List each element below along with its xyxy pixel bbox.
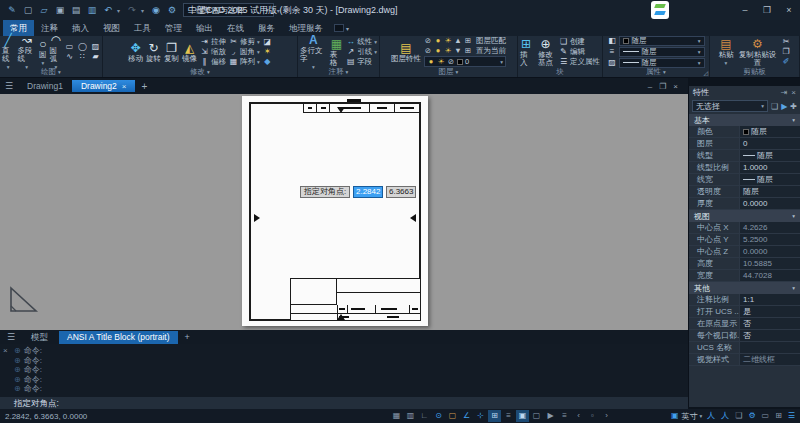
prop-row-viewport-ucs[interactable]: 每个视口都...否	[689, 330, 800, 342]
command-close-icon[interactable]: ×	[3, 346, 8, 355]
save-as-icon[interactable]: ▤	[69, 3, 83, 17]
drawing-canvas[interactable]: 指定对角点: 2.2842 6.3663	[0, 94, 688, 330]
ribbon-tab-services[interactable]: 服务	[251, 20, 282, 36]
ribbon-tab-manage[interactable]: 管理	[158, 20, 189, 36]
ribbon-tab-output[interactable]: 输出	[189, 20, 220, 36]
edit-block-button[interactable]: ✎编辑	[559, 47, 600, 56]
toggle-pickadd-icon[interactable]: ✚	[790, 102, 797, 111]
line-button[interactable]: ╱ 直线▾	[2, 33, 14, 71]
prop-row-ucs-name[interactable]: UCS 名称	[689, 342, 800, 354]
settings-gear-icon[interactable]: ⚙	[747, 410, 756, 422]
select-objects-icon[interactable]: ▶	[781, 102, 787, 111]
spline-icon[interactable]: ∿	[65, 52, 74, 61]
prop-row-linetype[interactable]: 线型随层	[689, 150, 800, 162]
selection-dropdown[interactable]: 无选择▾	[692, 100, 768, 112]
mirror-button[interactable]: ◭ 镜像	[182, 41, 197, 63]
arc-button[interactable]: ◠ 圆弧▾	[50, 33, 62, 71]
annotate-group-label[interactable]: 注释▾	[298, 67, 379, 77]
layer-isolate-icon[interactable]: ⊞	[464, 36, 472, 45]
explode-icon[interactable]: ✶	[263, 47, 272, 56]
tab-layout-ansi-a[interactable]: ANSI A Title Block (portrait)	[59, 331, 178, 344]
command-prompt-input[interactable]: 指定对角点:	[0, 397, 688, 409]
tab-model[interactable]: 模型	[23, 331, 56, 344]
tab-close-icon[interactable]: ×	[122, 82, 127, 91]
panel-pin-icon[interactable]: ⇥	[781, 88, 788, 97]
format-brush-icon[interactable]: ✐	[782, 57, 791, 66]
workspace-gear-icon[interactable]: ⚙	[165, 3, 179, 17]
new-tab-button[interactable]: +	[141, 81, 147, 92]
match-properties-icon[interactable]: ◆	[263, 57, 272, 66]
paper-model-toggle-icon[interactable]: ▣	[516, 410, 529, 422]
prop-row-color[interactable]: 颜色随层	[689, 126, 800, 138]
properties-dialog-launcher[interactable]: ◿	[703, 69, 708, 76]
maximize-button[interactable]: ❐	[756, 0, 778, 20]
fullscreen-icon[interactable]: ⊞	[774, 410, 783, 422]
layer-walk-icon[interactable]: ⊞	[464, 46, 472, 55]
quick-select-icon[interactable]: ❏	[771, 102, 778, 111]
section-basic[interactable]: 基本▾	[689, 114, 800, 126]
ribbon-tab-insert[interactable]: 插入	[65, 20, 96, 36]
rectangle-icon[interactable]: ▭	[65, 42, 74, 51]
layer-thaw-icon[interactable]: ☀	[444, 36, 452, 45]
copy-button[interactable]: ❐ 复制	[164, 41, 179, 63]
app-logo-icon[interactable]: ✎	[5, 3, 19, 17]
redo-icon[interactable]: ↷	[125, 3, 139, 17]
ortho-toggle-icon[interactable]: ∟	[418, 410, 431, 422]
rotate-button[interactable]: ↻ 旋转	[146, 41, 161, 63]
layer-bulb2-icon[interactable]: ●	[434, 46, 442, 55]
array-button[interactable]: ▦阵列▾	[229, 57, 260, 66]
ribbon-tab-online[interactable]: 在线	[220, 20, 251, 36]
polyline-button[interactable]: ↝ 多段线▾	[17, 33, 36, 71]
undo-icon[interactable]: ↶	[101, 3, 115, 17]
nav-prev-icon[interactable]: ‹	[572, 410, 585, 422]
paste-button[interactable]: ▤ 粘贴▾	[719, 37, 734, 67]
command-line-panel[interactable]: × ⊕命令: ⊕命令: ⊕命令: ⊕命令: ⊕命令: 指定对角点:	[0, 344, 688, 409]
section-other[interactable]: 其他▾	[689, 282, 800, 294]
annotation-visibility-icon[interactable]: 人	[706, 410, 716, 422]
fillet-button[interactable]: ◞圆角▾	[229, 47, 260, 56]
grid-toggle-icon[interactable]: ▦	[390, 410, 403, 422]
doc-close-button[interactable]: ×	[673, 82, 678, 91]
snap-toggle-icon[interactable]: ▥	[404, 410, 417, 422]
new-layout-button[interactable]: +	[181, 332, 194, 342]
region-icon[interactable]: ▰	[91, 52, 100, 61]
linear-dim-button[interactable]: ↔线性▾	[346, 37, 377, 46]
lineweight-toggle-icon[interactable]: ≡	[502, 410, 515, 422]
otrack-toggle-icon[interactable]: ∠	[460, 410, 473, 422]
save-icon[interactable]: ▣	[53, 3, 67, 17]
field-button[interactable]: ▤字段	[346, 57, 377, 66]
edit-basepoint-button[interactable]: ⊕ 修改基点	[535, 37, 556, 67]
mtext-button[interactable]: A 多行文字▾	[300, 33, 327, 71]
prop-row-layer[interactable]: 图层0	[689, 138, 800, 150]
prop-row-ucs-on[interactable]: 打开 UCS ...是	[689, 306, 800, 318]
prop-row-lineweight[interactable]: 线宽随层	[689, 174, 800, 186]
dynamic-input-x[interactable]: 2.2842	[353, 186, 383, 198]
copy-paste-settings-button[interactable]: ⚙ 复制粘贴设置	[737, 37, 779, 67]
prop-row-transparency[interactable]: 透明度随层	[689, 186, 800, 198]
tab-drawing2[interactable]: Drawing2×	[72, 80, 136, 92]
plot-icon[interactable]: ▥	[85, 3, 99, 17]
ribbon-tab-view[interactable]: 视图	[96, 20, 127, 36]
modify-group-label[interactable]: 修改▾	[103, 67, 297, 77]
dynamic-input-toggle-icon[interactable]: ⊹	[474, 410, 487, 422]
dynamic-ucs-toggle-icon[interactable]: ⊞	[488, 410, 501, 422]
prop-row-annoscale[interactable]: 注释比例1:1	[689, 294, 800, 306]
undo-caret-icon[interactable]: ▾	[117, 7, 123, 14]
layer-match-button[interactable]: 图层匹配	[476, 36, 506, 45]
ellipse-icon[interactable]: ◯	[78, 42, 87, 51]
prop-row-ucs-origin[interactable]: 在原点显示 ...否	[689, 318, 800, 330]
erase-icon[interactable]: ◪	[263, 37, 272, 46]
layer-lock-icon[interactable]: ⊘	[424, 46, 432, 55]
trim-button[interactable]: ✂修剪▾	[229, 37, 260, 46]
copy-clip-icon[interactable]: ❐	[782, 47, 791, 56]
hatch-icon[interactable]: ▨	[91, 42, 100, 51]
selection-cycling-icon[interactable]: ❏	[734, 410, 743, 422]
prop-row-ltscale[interactable]: 线型比例1.0000	[689, 162, 800, 174]
linetype-dropdown[interactable]: 随层▾	[619, 58, 705, 68]
online-icon[interactable]: ◉	[149, 3, 163, 17]
leader-button[interactable]: ↗引线▾	[346, 47, 377, 56]
properties-group-label[interactable]: 属性▾	[603, 67, 709, 77]
panel-close-icon[interactable]: ×	[791, 88, 796, 97]
define-attributes-button[interactable]: ☰定义属性	[559, 57, 600, 66]
doc-minimize-button[interactable]: –	[648, 82, 652, 91]
